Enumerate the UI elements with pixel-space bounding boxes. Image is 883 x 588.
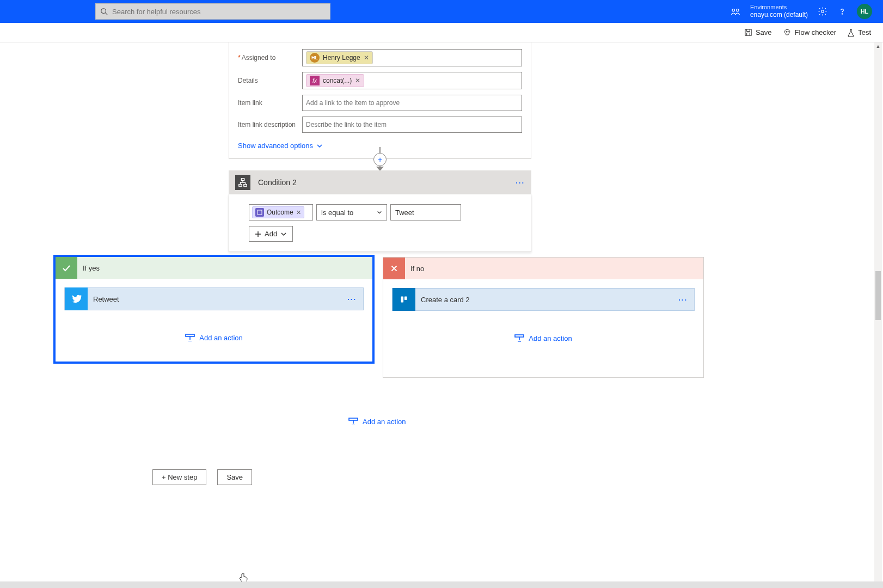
- retweet-action-card[interactable]: Retweet ···: [64, 287, 364, 310]
- trello-action-name: Create a card 2: [421, 296, 678, 304]
- svg-rect-6: [745, 29, 751, 35]
- condition-add-button[interactable]: Add: [249, 226, 293, 242]
- flow-checker-label: Flow checker: [795, 28, 837, 36]
- condition-value-field[interactable]: Tweet: [390, 204, 461, 220]
- details-field[interactable]: fx concat(...) ✕: [302, 72, 522, 89]
- add-action-label: Add an action: [529, 334, 572, 342]
- label-assigned-to: *Assigned to: [238, 54, 302, 62]
- add-label: Add: [265, 230, 277, 238]
- search-input[interactable]: [112, 8, 326, 16]
- retweet-menu-button[interactable]: ···: [347, 295, 363, 303]
- user-avatar[interactable]: HL: [857, 4, 872, 19]
- test-icon: [847, 28, 855, 37]
- scroll-up-arrow[interactable]: ▲: [874, 42, 882, 50]
- svg-line-1: [106, 13, 108, 15]
- show-advanced-label: Show advanced options: [238, 142, 313, 150]
- outcome-token-label: Outcome: [267, 209, 293, 216]
- vertical-scrollbar[interactable]: ▲ ▼: [874, 42, 882, 588]
- svg-point-5: [842, 14, 842, 14]
- svg-rect-17: [515, 335, 524, 337]
- assignee-avatar-icon: HL: [310, 53, 320, 63]
- item-link-field[interactable]: [302, 95, 522, 111]
- save-button[interactable]: Save: [744, 28, 772, 36]
- chevron-down-icon: [316, 143, 323, 149]
- condition-body: Outcome ✕ is equal to Tweet Add: [229, 194, 531, 252]
- add-action-icon: [185, 333, 195, 342]
- footer-buttons: + New step Save: [152, 469, 252, 485]
- if-no-header: If no: [383, 258, 703, 279]
- fx-icon: fx: [310, 76, 320, 85]
- flow-checker-button[interactable]: Flow checker: [783, 28, 837, 37]
- search-box[interactable]: [95, 3, 330, 20]
- settings-icon[interactable]: [818, 7, 827, 16]
- details-fx-pill[interactable]: fx concat(...) ✕: [306, 74, 364, 87]
- svg-rect-12: [257, 210, 262, 215]
- search-icon: [100, 8, 108, 15]
- trello-menu-button[interactable]: ···: [678, 296, 694, 304]
- condition-card: Condition 2 ··· Outcome ✕: [229, 170, 531, 252]
- trello-action-card[interactable]: Create a card 2 ···: [392, 288, 695, 311]
- item-link-input[interactable]: [306, 99, 518, 107]
- save-icon: [744, 28, 752, 36]
- if-yes-header: If yes: [56, 257, 372, 279]
- svg-rect-10: [239, 185, 242, 187]
- chevron-down-icon: [377, 210, 382, 215]
- add-action-label: Add an action: [199, 334, 243, 342]
- add-action-label: Add an action: [363, 418, 406, 426]
- retweet-action-name: Retweet: [93, 295, 347, 303]
- new-step-button[interactable]: + New step: [152, 469, 206, 485]
- svg-rect-13: [186, 334, 194, 336]
- flow-canvas[interactable]: *Assigned to HL Henry Legge ✕ Details fx…: [0, 42, 883, 588]
- check-icon: [56, 257, 77, 279]
- if-yes-label: If yes: [83, 264, 100, 272]
- horizontal-scrollbar[interactable]: [0, 581, 883, 588]
- assignee-pill[interactable]: HL Henry Legge ✕: [306, 51, 373, 64]
- remove-assignee-icon[interactable]: ✕: [364, 54, 369, 62]
- svg-point-4: [821, 10, 824, 13]
- environment-label: Environments: [750, 4, 808, 11]
- test-label: Test: [858, 28, 871, 36]
- item-link-desc-field[interactable]: [302, 117, 522, 133]
- condition-title: Condition 2: [258, 178, 516, 187]
- condition-value: Tweet: [395, 209, 414, 217]
- condition-icon: [235, 175, 250, 190]
- yes-add-action-link[interactable]: Add an action: [64, 333, 364, 353]
- add-action-icon: [348, 417, 358, 426]
- test-button[interactable]: Test: [847, 28, 871, 37]
- svg-rect-15: [401, 297, 404, 303]
- twitter-icon: [65, 287, 88, 310]
- svg-point-8: [787, 31, 788, 32]
- if-no-branch: If no Create a card 2 ··· Add an action: [383, 257, 704, 378]
- condition-menu-button[interactable]: ···: [516, 179, 525, 187]
- scroll-thumb[interactable]: [875, 271, 881, 320]
- outer-add-action-link[interactable]: Add an action: [348, 417, 406, 426]
- svg-rect-16: [404, 297, 407, 300]
- fx-text: concat(...): [323, 77, 352, 84]
- remove-fx-icon[interactable]: ✕: [355, 77, 360, 84]
- outcome-token-icon: [255, 208, 264, 217]
- label-item-link: Item link: [238, 99, 302, 107]
- assigned-to-field[interactable]: HL Henry Legge ✕: [302, 49, 522, 66]
- condition-header[interactable]: Condition 2 ···: [229, 170, 531, 194]
- trello-icon: [393, 288, 415, 311]
- environment-selector[interactable]: Environments enayu.com (default): [750, 4, 808, 19]
- show-advanced-link[interactable]: Show advanced options: [238, 142, 323, 150]
- add-action-icon: [514, 334, 524, 342]
- no-add-action-link[interactable]: Add an action: [392, 334, 695, 353]
- environment-name: enayu.com (default): [750, 11, 808, 19]
- help-icon[interactable]: [837, 7, 847, 16]
- condition-operator-select[interactable]: is equal to: [316, 204, 387, 220]
- svg-rect-11: [244, 185, 247, 187]
- environment-icon[interactable]: [731, 7, 740, 16]
- approval-card: *Assigned to HL Henry Legge ✕ Details fx…: [229, 42, 531, 159]
- remove-outcome-icon[interactable]: ✕: [296, 209, 301, 216]
- outcome-token[interactable]: Outcome ✕: [252, 206, 304, 218]
- top-header: Environments enayu.com (default) HL: [0, 0, 883, 23]
- add-step-between-button[interactable]: +: [373, 153, 387, 166]
- svg-point-7: [786, 31, 787, 32]
- chevron-down-icon: [280, 231, 287, 237]
- svg-point-0: [101, 9, 106, 14]
- condition-left-operand[interactable]: Outcome ✕: [249, 204, 313, 220]
- footer-save-button[interactable]: Save: [217, 469, 252, 485]
- item-link-desc-input[interactable]: [306, 121, 518, 128]
